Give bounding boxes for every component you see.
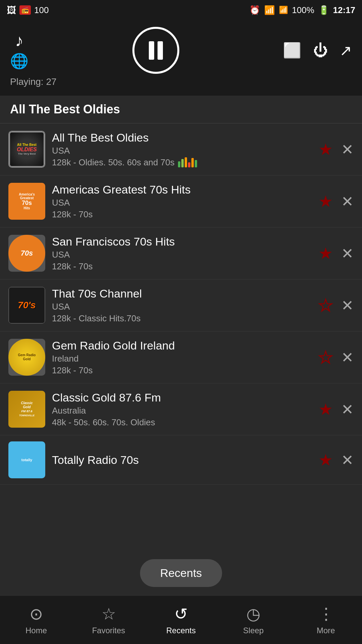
player-controls-row: ♪ 🌐 ⬜ ⏻ ↗ — [10, 27, 352, 74]
station-info: Totally Radio 70s — [52, 453, 312, 467]
remove-station-button[interactable]: ✕ — [341, 451, 354, 469]
favorite-star-button[interactable]: ★ — [318, 348, 333, 367]
favorite-star-button[interactable]: ★ — [318, 192, 333, 211]
player-header: ♪ 🌐 ⬜ ⏻ ↗ Playing: 27 — [0, 20, 362, 96]
now-playing-title: All The Best Oldies — [0, 96, 362, 123]
status-left: 🖼 📻 100 — [7, 5, 49, 16]
nav-item-more[interactable]: ⋮ More — [290, 601, 362, 639]
favorite-star-button[interactable]: ★ — [318, 140, 333, 159]
station-logo: 70's — [8, 287, 45, 324]
radio-app-icon: 📻 — [19, 5, 31, 15]
battery-icon: 🔋 — [318, 5, 329, 15]
favorite-star-button[interactable]: ★ — [318, 450, 333, 469]
player-left: ♪ 🌐 — [10, 31, 28, 70]
photo-icon: 🖼 — [7, 5, 16, 16]
station-actions: ★ ✕ — [318, 244, 354, 263]
station-actions: ★ ✕ — [318, 296, 354, 315]
station-item[interactable]: All The Best OLDIES The Very Best All Th… — [0, 123, 362, 175]
notification-count: 100 — [34, 5, 49, 15]
favorite-star-button[interactable]: ★ — [318, 296, 333, 315]
station-item[interactable]: totally Totally Radio 70s ★ ✕ — [0, 435, 362, 485]
status-bar: 🖼 📻 100 ⏰ 📶 📶 100% 🔋 12:17 — [0, 0, 362, 20]
equalizer — [178, 157, 197, 167]
station-list: All The Best OLDIES The Very Best All Th… — [0, 123, 362, 485]
recents-icon: ↺ — [174, 604, 188, 623]
station-actions: ★ ✕ — [318, 192, 354, 211]
station-actions: ★ ✕ — [318, 450, 354, 469]
favorites-star-icon: ☆ — [102, 604, 116, 623]
recents-tooltip: Recents — [140, 559, 222, 587]
station-info: That 70s Channel USA 128k - Classic Hits… — [52, 287, 312, 324]
station-actions: ★ ✕ — [318, 348, 354, 367]
more-dots-icon: ⋮ — [318, 604, 334, 623]
station-item[interactable]: ClassicGoldFM 87.6TOWNSVILLE Classic Gol… — [0, 383, 362, 435]
station-item[interactable]: 70's That 70s Channel USA 128k - Classic… — [0, 279, 362, 331]
station-item[interactable]: 70s San Franciscos 70s Hits USA 128k - 7… — [0, 227, 362, 279]
station-info: Classic Gold 87.6 Fm Australia 48k - 50s… — [52, 391, 312, 428]
nav-item-home[interactable]: ⊙ Home — [0, 601, 72, 639]
home-icon: ⊙ — [29, 604, 43, 623]
nav-item-sleep[interactable]: ◷ Sleep — [217, 601, 290, 639]
nav-item-recents[interactable]: ↺ Recents — [145, 601, 217, 639]
pause-button[interactable] — [132, 27, 179, 74]
remove-station-button[interactable]: ✕ — [341, 297, 354, 314]
station-item[interactable]: Gem RadioGold Gem Radio Gold Ireland Ire… — [0, 331, 362, 383]
pause-icon — [149, 41, 163, 60]
favorite-star-button[interactable]: ★ — [318, 400, 333, 419]
station-info: All The Best Oldies USA 128k - Oldies. 5… — [52, 131, 312, 168]
power-button[interactable]: ⏻ — [313, 42, 328, 59]
battery-percent: 100% — [292, 5, 314, 15]
station-logo: 70s — [8, 235, 45, 272]
station-logo: totally — [8, 441, 45, 478]
station-logo: Gem RadioGold — [8, 339, 45, 376]
station-logo: ClassicGoldFM 87.6TOWNSVILLE — [8, 391, 45, 428]
sleep-icon: ◷ — [246, 604, 260, 623]
playing-status: Playing: 27 — [10, 76, 57, 87]
remove-station-button[interactable]: ✕ — [341, 349, 354, 366]
signal-icon: 📶 — [279, 6, 288, 14]
remove-station-button[interactable]: ✕ — [341, 401, 354, 418]
alarm-icon: ⏰ — [249, 5, 260, 15]
playing-label: Playing: 27 — [10, 76, 57, 87]
stop-button[interactable]: ⬜ — [283, 42, 301, 59]
station-info: Gem Radio Gold Ireland Ireland 128k - 70… — [52, 339, 312, 376]
status-right: ⏰ 📶 📶 100% 🔋 12:17 — [249, 5, 355, 15]
remove-station-button[interactable]: ✕ — [341, 193, 354, 210]
favorite-star-button[interactable]: ★ — [318, 244, 333, 263]
time-display: 12:17 — [333, 5, 356, 15]
nav-item-favorites[interactable]: ☆ Favorites — [72, 601, 145, 639]
station-logo: America'sGreatest70sHits — [8, 183, 45, 220]
station-actions: ★ ✕ — [318, 400, 354, 419]
station-item[interactable]: America'sGreatest70sHits Americas Greate… — [0, 175, 362, 227]
remove-station-button[interactable]: ✕ — [341, 141, 354, 158]
station-logo: All The Best OLDIES The Very Best — [8, 131, 45, 168]
bottom-nav: ⊙ Home ☆ Favorites ↺ Recents ◷ Sleep ⋮ M… — [0, 595, 362, 644]
remove-station-button[interactable]: ✕ — [341, 245, 354, 262]
globe-icon[interactable]: 🌐 — [10, 52, 28, 70]
station-actions: ★ ✕ — [318, 140, 354, 159]
share-button[interactable]: ↗ — [340, 42, 352, 59]
station-info: Americas Greatest 70s Hits USA 128k - 70… — [52, 183, 312, 220]
music-note-icon[interactable]: ♪ — [15, 31, 23, 50]
wifi-icon: 📶 — [264, 5, 275, 15]
player-right-icons: ⬜ ⏻ ↗ — [283, 42, 352, 59]
station-info: San Franciscos 70s Hits USA 128k - 70s — [52, 235, 312, 272]
